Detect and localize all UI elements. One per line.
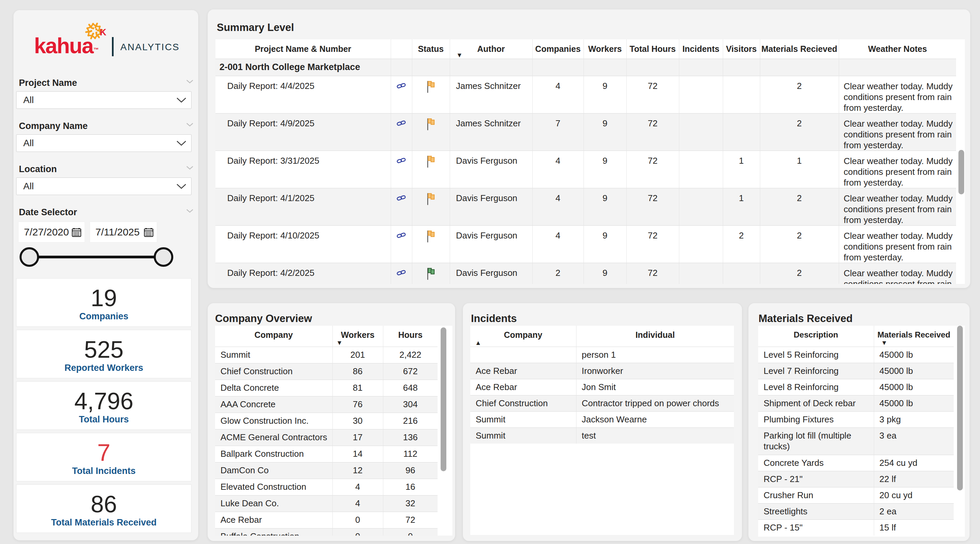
summary-row[interactable]: Daily Report: 4/10/2025Davis Ferguson497… — [215, 225, 956, 263]
material-row[interactable]: RCP - 21"22 lf — [758, 471, 954, 487]
slider-track[interactable] — [29, 256, 164, 259]
link-cell[interactable] — [391, 188, 412, 225]
incidents-cell[interactable] — [679, 151, 723, 188]
company-row[interactable]: Chief Construction86672 — [215, 363, 438, 380]
weather-notes-cell[interactable]: Clear weather today. Muddy conditions pr… — [839, 188, 956, 225]
companies-cell[interactable]: 4 — [532, 151, 584, 188]
company-row[interactable]: Delta Concrete81648 — [215, 380, 438, 396]
amount-cell[interactable]: 2 ea — [874, 503, 954, 519]
summary-column-header[interactable]: Total Hours — [626, 40, 679, 59]
end-date-input[interactable]: 7/11/2025 — [90, 222, 157, 243]
collapse-chevron-icon[interactable] — [186, 79, 194, 85]
column-header[interactable]: Materials Received▼ — [874, 326, 954, 347]
workers-cell[interactable]: 4 — [332, 479, 383, 495]
materials-cell[interactable]: 2 — [760, 263, 839, 284]
weather-notes-cell[interactable]: Clear weather today. Muddy conditions pr… — [839, 151, 956, 188]
report-name-cell[interactable]: Daily Report: 4/9/2025 — [215, 113, 391, 151]
link-cell[interactable] — [391, 263, 412, 284]
incidents-cell[interactable] — [679, 76, 723, 113]
workers-cell[interactable]: 30 — [332, 412, 383, 429]
workers-cell[interactable]: 12 — [332, 462, 383, 479]
report-name-cell[interactable]: Daily Report: 4/1/2025 — [215, 188, 391, 225]
company-row[interactable]: ACME General Contractors17136 — [215, 429, 438, 446]
collapse-chevron-icon[interactable] — [186, 122, 194, 128]
visitors-cell[interactable] — [723, 263, 760, 284]
column-header[interactable]: Workers▼ — [332, 326, 383, 347]
amount-cell[interactable]: 20 cu yd — [874, 487, 954, 503]
company-row[interactable]: Luke Dean Co.432 — [215, 495, 438, 512]
link-cell[interactable] — [391, 76, 412, 113]
collapse-chevron-icon[interactable] — [186, 208, 194, 214]
visitors-cell[interactable]: 1 — [723, 188, 760, 225]
individual-cell[interactable]: test — [576, 427, 734, 444]
total-hours-cell[interactable]: 72 — [626, 263, 679, 284]
company-row[interactable]: Elevated Construction416 — [215, 479, 438, 495]
total-hours-cell[interactable]: 72 — [626, 76, 679, 113]
summary-column-header[interactable]: Author▼ — [450, 40, 532, 59]
workers-cell[interactable]: 9 — [584, 188, 626, 225]
summary-group-row[interactable]: 2-001 North College Marketplace — [215, 59, 956, 76]
companies-cell[interactable]: 7 — [532, 113, 584, 151]
start-date-input[interactable]: 7/27/2020 — [18, 222, 85, 243]
hours-cell[interactable]: 96 — [383, 462, 438, 479]
hours-cell[interactable]: 136 — [383, 429, 438, 446]
author-cell[interactable]: Davis Ferguson — [450, 151, 532, 188]
summary-column-header[interactable]: Incidents — [679, 40, 723, 59]
company-row[interactable]: AAA Concrete76304 — [215, 396, 438, 412]
amount-cell[interactable]: 15 lf — [874, 519, 954, 536]
author-cell[interactable]: Davis Ferguson — [450, 263, 532, 284]
individual-cell[interactable]: Contractor tripped on power chords — [576, 395, 734, 411]
amount-cell[interactable]: 45000 lb — [874, 379, 954, 395]
calendar-icon[interactable] — [143, 227, 154, 239]
summary-scrollbar-thumb[interactable] — [958, 150, 964, 194]
materials-cell[interactable]: 1 — [760, 151, 839, 188]
companies-cell[interactable]: 4 — [532, 76, 584, 113]
materials-cell[interactable]: 2 — [760, 188, 839, 225]
material-row[interactable]: Streetlights2 ea — [758, 503, 954, 519]
material-row[interactable]: Crusher Run20 cu yd — [758, 487, 954, 503]
incidents-cell[interactable] — [679, 113, 723, 151]
report-name-cell[interactable]: Daily Report: 3/31/2025 — [215, 151, 391, 188]
hours-cell[interactable]: 672 — [383, 363, 438, 380]
link-icon[interactable] — [396, 120, 406, 126]
companies-cell[interactable]: 2 — [532, 263, 584, 284]
company-cell[interactable]: Delta Concrete — [215, 380, 332, 396]
report-name-cell[interactable]: Daily Report: 4/4/2025 — [215, 76, 391, 113]
amount-cell[interactable]: 3 pkg — [874, 411, 954, 427]
material-row[interactable]: Level 8 Reinforcing45000 lb — [758, 379, 954, 395]
report-name-cell[interactable]: Daily Report: 4/10/2025 — [215, 225, 391, 263]
visitors-cell[interactable] — [723, 113, 760, 151]
workers-cell[interactable]: 9 — [584, 225, 626, 263]
company-cell[interactable]: Elevated Construction — [215, 479, 332, 495]
amount-cell[interactable]: 3 ea — [874, 427, 954, 455]
summary-column-header[interactable]: Status — [412, 40, 450, 59]
workers-cell[interactable]: 76 — [332, 396, 383, 412]
weather-notes-cell[interactable]: Clear weather today. Muddy conditions pr… — [839, 225, 956, 263]
summary-column-header[interactable]: Weather Notes — [839, 40, 956, 59]
incidents-cell[interactable] — [679, 263, 723, 284]
description-cell[interactable]: RCP - 15" — [758, 519, 874, 536]
summary-column-header[interactable]: Materials Recieved — [760, 40, 839, 59]
column-header[interactable]: Description — [758, 326, 874, 347]
workers-cell[interactable]: 0 — [332, 512, 383, 528]
link-icon[interactable] — [396, 270, 406, 276]
company-row[interactable]: Summit2012,422 — [215, 347, 438, 363]
workers-cell[interactable]: 86 — [332, 363, 383, 380]
summary-row[interactable]: Daily Report: 4/1/2025Davis Ferguson4972… — [215, 188, 956, 225]
material-row[interactable]: Shipment of Deck rebar45000 lb — [758, 395, 954, 411]
hours-cell[interactable]: 0 — [383, 528, 438, 536]
column-header[interactable]: Company▲ — [470, 326, 576, 347]
material-row[interactable]: Level 5 Reinforcing45000 lb — [758, 347, 954, 363]
workers-cell[interactable]: 17 — [332, 429, 383, 446]
summary-column-header[interactable]: Project Name & Number — [215, 40, 391, 59]
link-icon[interactable] — [396, 157, 406, 164]
total-hours-cell[interactable]: 72 — [626, 225, 679, 263]
companies-cell[interactable]: 4 — [532, 188, 584, 225]
visitors-cell[interactable] — [723, 76, 760, 113]
link-cell[interactable] — [391, 225, 412, 263]
weather-notes-cell[interactable]: Clear weather today. Muddy conditions pr… — [839, 76, 956, 113]
total-hours-cell[interactable]: 72 — [626, 113, 679, 151]
amount-cell[interactable]: 45000 lb — [874, 395, 954, 411]
slider-handle-end[interactable] — [154, 247, 173, 267]
material-row[interactable]: Plumbing Fixtures3 pkg — [758, 411, 954, 427]
